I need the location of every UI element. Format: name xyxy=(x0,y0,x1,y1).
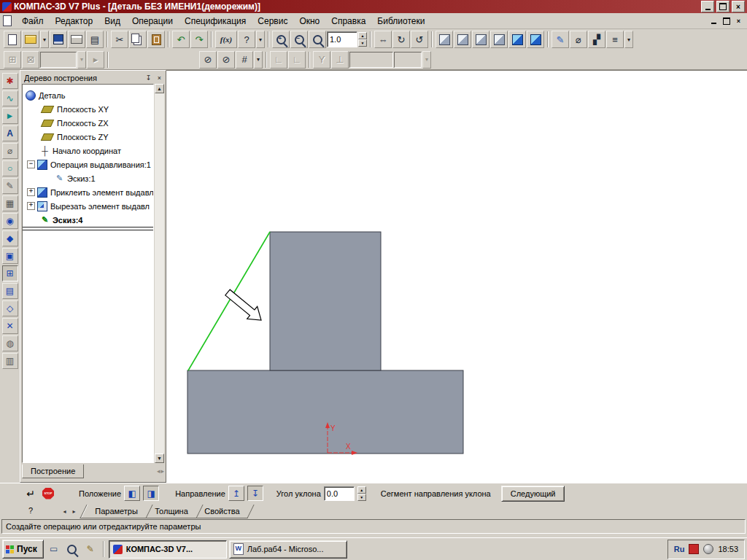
delete-aux-button[interactable]: ⊘ xyxy=(199,51,217,69)
position-option-2-button[interactable]: ◨ xyxy=(143,486,159,501)
left-tool-2-button[interactable]: ∿ xyxy=(2,90,18,106)
measure-button[interactable]: ⌀ xyxy=(570,31,587,48)
direction-option-2-button[interactable]: ↧ xyxy=(247,486,263,501)
expander-plus-icon[interactable]: + xyxy=(27,202,35,210)
boss-face[interactable] xyxy=(270,232,381,370)
scale-down-button[interactable]: ▼ xyxy=(358,39,367,47)
left-tool-11-button[interactable]: ▣ xyxy=(2,248,18,264)
print-preview-button[interactable]: ▤ xyxy=(86,31,104,48)
pan-view-button[interactable]: ⇔ xyxy=(374,31,392,48)
current-scale-input[interactable] xyxy=(328,33,357,46)
mdi-close-button[interactable]: × xyxy=(733,16,744,26)
left-tool-7-button[interactable]: ✎ xyxy=(2,178,18,194)
base-plate-face[interactable] xyxy=(187,370,463,454)
scroll-down-icon[interactable]: ▼ xyxy=(155,454,164,463)
variables-fx-button[interactable]: f(x) xyxy=(215,31,237,48)
left-tool-10-button[interactable]: ◆ xyxy=(2,230,18,246)
open-document-button[interactable] xyxy=(22,31,39,48)
current-scale-combo[interactable] xyxy=(327,31,357,47)
menu-window[interactable]: Окно xyxy=(293,14,325,28)
left-tool-14-button[interactable]: ◇ xyxy=(2,300,18,316)
help-menu-chevron[interactable]: ▾ xyxy=(256,31,265,48)
new-document-button[interactable] xyxy=(4,31,21,48)
left-tool-13-button[interactable]: ▤ xyxy=(2,283,18,299)
task-word-button[interactable]: W Лаб.раб4 - Microso... xyxy=(229,540,347,559)
param-help-button[interactable]: ? xyxy=(23,503,38,517)
refresh-view-button[interactable]: ↺ xyxy=(411,31,428,48)
tree-item-extrude[interactable]: − Операция выдавливания:1 xyxy=(23,158,153,171)
save-button[interactable] xyxy=(50,31,67,48)
expander-plus-icon[interactable]: + xyxy=(27,188,35,196)
tree-scrollbar[interactable]: ▲ ▼ xyxy=(155,84,164,463)
open-menu-chevron[interactable]: ▾ xyxy=(40,31,49,48)
task-kompas-button[interactable]: КОМПАС-3D V7... xyxy=(109,540,227,559)
shading-solid-button[interactable] xyxy=(527,31,544,48)
zoom-out-button[interactable] xyxy=(290,31,308,48)
left-tool-17-button[interactable]: ▥ xyxy=(2,353,18,369)
menu-specification[interactable]: Спецификация xyxy=(179,14,252,28)
start-button[interactable]: Пуск xyxy=(2,540,44,559)
model-canvas[interactable]: Y X xyxy=(166,70,747,483)
scale-up-button[interactable]: ▲ xyxy=(358,32,367,39)
minimize-button[interactable] xyxy=(701,1,714,12)
shading-wireframe-button[interactable] xyxy=(508,31,526,48)
undo-button[interactable]: ↶ xyxy=(172,31,190,48)
quicklaunch-desktop-icon[interactable]: ▭ xyxy=(46,541,62,557)
param-tab-right-icon[interactable]: ▸ xyxy=(69,506,79,517)
menu-service[interactable]: Сервис xyxy=(252,14,293,28)
tab-scroll-right-icon[interactable]: ▸ xyxy=(160,467,164,475)
draft-angle-field[interactable] xyxy=(324,486,355,501)
redo-button[interactable]: ↷ xyxy=(190,31,208,48)
tree-item-part[interactable]: Деталь xyxy=(23,88,153,102)
view-top-button[interactable] xyxy=(472,31,489,48)
language-indicator[interactable]: Ru xyxy=(674,545,685,553)
rotate-view-button[interactable]: ↻ xyxy=(392,31,410,48)
menu-editor[interactable]: Редактор xyxy=(50,14,99,28)
menu-operations[interactable]: Операции xyxy=(126,14,179,28)
copy-button[interactable] xyxy=(129,31,147,48)
tree-item-plane-zx[interactable]: Плоскость ZX xyxy=(23,116,153,130)
tree-item-plane-zy[interactable]: Плоскость ZY xyxy=(23,130,153,144)
draft-direction-arrow[interactable] xyxy=(225,289,261,320)
scroll-up-icon[interactable]: ▲ xyxy=(155,84,164,93)
draft-reference-edge[interactable] xyxy=(188,232,270,370)
tree-close-icon[interactable]: × xyxy=(155,74,164,82)
angle-up-button[interactable]: ▲ xyxy=(357,486,366,494)
help-cursor-button[interactable]: ? xyxy=(238,31,255,48)
interrupt-button[interactable]: STOP xyxy=(41,486,55,500)
tree-item-sketch1[interactable]: ✎ Эскиз:1 xyxy=(23,171,153,185)
quicklaunch-search-icon[interactable] xyxy=(64,541,80,557)
zoom-area-button[interactable] xyxy=(309,31,326,48)
left-tool-6-button[interactable]: ○ xyxy=(2,160,18,176)
tray-red-icon[interactable] xyxy=(689,544,699,554)
tree-item-origin[interactable]: ┼ Начало координат xyxy=(23,144,153,158)
mdi-restore-button[interactable] xyxy=(721,16,732,26)
menu-help[interactable]: Справка xyxy=(325,14,371,28)
menu-view[interactable]: Вид xyxy=(98,14,126,28)
tree-item-plane-xy[interactable]: Плоскость XY xyxy=(23,102,153,116)
tab-parameters[interactable]: Параметры xyxy=(80,505,152,518)
left-tool-5-button[interactable]: ⌀ xyxy=(2,143,18,159)
left-tool-12-button[interactable]: ⊞ xyxy=(2,265,18,281)
view-iso-button[interactable] xyxy=(454,31,471,48)
tree-item-cut[interactable]: + Вырезать элемент выдавл xyxy=(23,199,153,213)
tree-item-sketch4-current[interactable]: ✎ Эскиз:4 xyxy=(23,213,153,227)
position-option-1-button[interactable]: ◧ xyxy=(124,486,140,501)
pin-icon[interactable]: ↧ xyxy=(144,74,153,82)
angle-down-button[interactable]: ▼ xyxy=(357,494,366,501)
left-tool-8-button[interactable]: ▦ xyxy=(2,195,18,211)
tab-build[interactable]: Построение xyxy=(22,464,84,478)
tray-clock-icon[interactable] xyxy=(703,544,713,554)
direction-option-1-button[interactable]: ↥ xyxy=(228,486,244,501)
quicklaunch-editor-icon[interactable]: ✎ xyxy=(82,541,98,557)
cut-button[interactable]: ✂ xyxy=(111,31,128,48)
paste-button[interactable] xyxy=(147,31,165,48)
edit-sketch-button[interactable]: ✎ xyxy=(551,31,569,48)
param-tab-left-icon[interactable]: ◂ xyxy=(60,506,69,517)
left-tool-1-button[interactable]: ✱ xyxy=(2,73,18,89)
tab-scroll-left-icon[interactable]: ◂ xyxy=(157,467,160,475)
left-tool-16-button[interactable]: ◍ xyxy=(2,335,18,351)
menu-libraries[interactable]: Библиотеки xyxy=(371,14,430,28)
tree-item-boss[interactable]: + Приклеить элемент выдавл xyxy=(23,185,153,199)
close-button[interactable]: × xyxy=(732,1,745,12)
